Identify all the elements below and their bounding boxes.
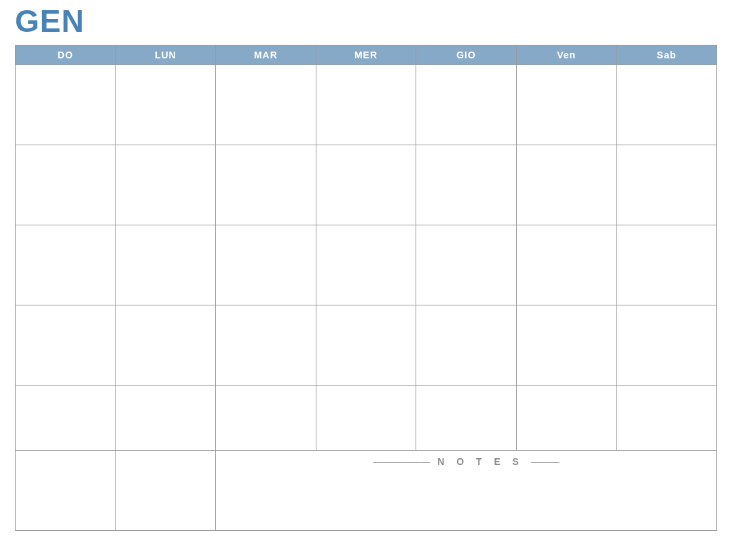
calendar-cell — [115, 386, 216, 451]
calendar-cell — [115, 145, 216, 225]
calendar-cell — [617, 225, 717, 305]
calendar-cell — [16, 386, 116, 451]
calendar-row — [16, 225, 717, 305]
calendar-row — [16, 386, 717, 451]
calendar-cell — [516, 386, 617, 451]
calendar-cell — [16, 65, 116, 145]
notes-text: N O T E S — [437, 456, 524, 467]
calendar-cell — [316, 145, 416, 225]
calendar-cell — [416, 386, 517, 451]
calendar-cell — [516, 305, 617, 386]
calendar-cell — [16, 305, 116, 386]
notes-dash-right: ——— — [531, 456, 560, 467]
month-title: GEN — [15, 3, 717, 39]
weekday-header: Sab — [617, 45, 717, 65]
weekday-header: LUN — [115, 45, 216, 65]
calendar-row — [16, 65, 717, 145]
calendar-cell — [216, 225, 316, 305]
calendar-cell — [316, 386, 416, 451]
calendar-cell — [316, 65, 416, 145]
calendar-cell — [115, 225, 216, 305]
calendar-cell — [16, 451, 116, 531]
weekday-header: DO — [16, 45, 116, 65]
calendar-page: GEN DO LUN MAR MER GIO Ven Sab — [0, 3, 732, 546]
calendar-cell — [216, 145, 316, 225]
calendar-cell — [216, 305, 316, 386]
weekday-header: Ven — [516, 45, 617, 65]
calendar-cell — [316, 225, 416, 305]
notes-dash-left: —————— — [373, 456, 430, 467]
weekday-header: MAR — [216, 45, 316, 65]
calendar-grid: DO LUN MAR MER GIO Ven Sab — [15, 45, 717, 531]
calendar-cell — [216, 386, 316, 451]
calendar-cell — [16, 225, 116, 305]
calendar-cell — [617, 305, 717, 386]
weekday-header: MER — [316, 45, 416, 65]
calendar-cell — [416, 225, 517, 305]
calendar-cell — [416, 145, 517, 225]
calendar-cell — [115, 451, 216, 531]
calendar-cell — [516, 145, 617, 225]
calendar-row — [16, 145, 717, 225]
calendar-row: —————— N O T E S ——— — [16, 451, 717, 531]
calendar-cell — [416, 65, 517, 145]
calendar-cell — [416, 305, 517, 386]
calendar-cell — [115, 65, 216, 145]
notes-cell: —————— N O T E S ——— — [216, 451, 717, 531]
calendar-cell — [617, 65, 717, 145]
weekday-header-row: DO LUN MAR MER GIO Ven Sab — [16, 45, 717, 65]
calendar-cell — [516, 65, 617, 145]
calendar-cell — [115, 305, 216, 386]
calendar-row — [16, 305, 717, 386]
calendar-cell — [216, 65, 316, 145]
calendar-cell — [316, 305, 416, 386]
calendar-cell — [617, 386, 717, 451]
calendar-cell — [16, 145, 116, 225]
calendar-cell — [516, 225, 617, 305]
calendar-cell — [617, 145, 717, 225]
notes-label: —————— N O T E S ——— — [217, 456, 716, 467]
weekday-header: GIO — [416, 45, 517, 65]
